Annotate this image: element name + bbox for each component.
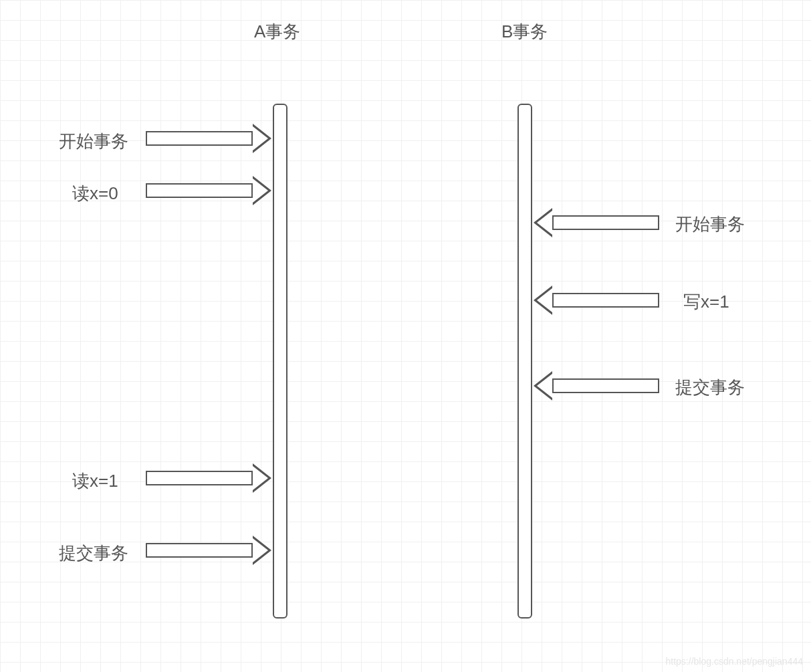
label-a-step-1: 开始事务 [59, 130, 128, 153]
diagram-stage: A事务 B事务 开始事务 读x=0 读x=1 提交事务 开始事务 写x=1 [0, 0, 811, 672]
label-b-step-1: 开始事务 [675, 213, 745, 236]
label-a-step-2: 读x=0 [72, 182, 118, 205]
label-a-step-4: 提交事务 [59, 542, 128, 565]
label-b-step-3: 提交事务 [675, 376, 745, 399]
lifeline-a [273, 104, 287, 619]
label-b-step-2: 写x=1 [683, 290, 729, 314]
label-a-step-3: 读x=1 [72, 469, 118, 493]
lifeline-b [517, 104, 532, 619]
watermark: https://blog.csdn.net/pengjian444 [666, 656, 804, 667]
title-transaction-a: A事务 [254, 20, 300, 43]
title-transaction-b: B事务 [501, 20, 548, 43]
